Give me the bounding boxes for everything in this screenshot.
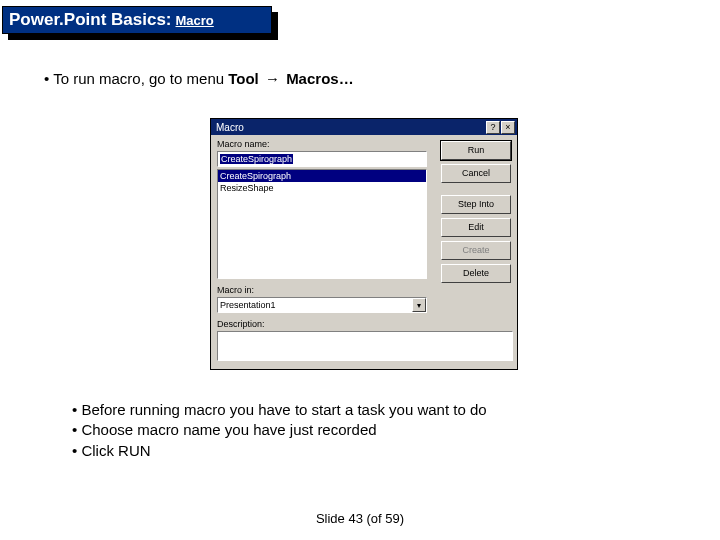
menu-macros: Macros… bbox=[286, 70, 354, 87]
run-button[interactable]: Run bbox=[441, 141, 511, 160]
note-item: • Click RUN bbox=[72, 441, 487, 461]
dialog-body: Macro name: CreateSpirograph CreateSpiro… bbox=[211, 135, 517, 365]
dialog-titlebar: Macro ? × bbox=[211, 119, 517, 135]
cancel-button[interactable]: Cancel bbox=[441, 164, 511, 183]
macro-list[interactable]: CreateSpirograph ResizeShape bbox=[217, 169, 427, 279]
dialog-button-column: Run Cancel Step Into Edit Create Delete bbox=[441, 141, 511, 287]
macro-name-input[interactable]: CreateSpirograph bbox=[217, 151, 427, 167]
chevron-down-icon: ▾ bbox=[412, 298, 426, 312]
notes-list: • Before running macro you have to start… bbox=[72, 400, 487, 461]
list-item[interactable]: CreateSpirograph bbox=[218, 170, 426, 182]
step-into-button[interactable]: Step Into bbox=[441, 195, 511, 214]
menu-tool: Tool bbox=[228, 70, 259, 87]
note-item: • Choose macro name you have just record… bbox=[72, 420, 487, 440]
delete-button[interactable]: Delete bbox=[441, 264, 511, 283]
instruction-prefix: • To run macro, go to menu bbox=[44, 70, 228, 87]
dialog-title: Macro bbox=[213, 122, 485, 133]
help-icon: ? bbox=[490, 123, 495, 132]
help-button[interactable]: ? bbox=[486, 121, 500, 134]
macro-in-value: Presentation1 bbox=[218, 300, 412, 310]
description-box[interactable] bbox=[217, 331, 513, 361]
create-button[interactable]: Create bbox=[441, 241, 511, 260]
title-sub: Macro bbox=[176, 13, 214, 28]
close-icon: × bbox=[505, 123, 510, 132]
slide-title-plate: Power.Point Basics: Macro bbox=[2, 6, 282, 40]
edit-button[interactable]: Edit bbox=[441, 218, 511, 237]
instruction-line: • To run macro, go to menu Tool → Macros… bbox=[44, 70, 720, 87]
description-label: Description: bbox=[217, 319, 511, 329]
title-main: Power.Point Basics: bbox=[9, 10, 172, 30]
slide-footer: Slide 43 (of 59) bbox=[0, 511, 720, 526]
macro-in-select[interactable]: Presentation1 ▾ bbox=[217, 297, 427, 313]
macro-dialog: Macro ? × Macro name: CreateSpirograph C… bbox=[210, 118, 518, 370]
title-bar: Power.Point Basics: Macro bbox=[2, 6, 272, 34]
list-item[interactable]: ResizeShape bbox=[218, 182, 426, 194]
close-button[interactable]: × bbox=[501, 121, 515, 134]
macro-name-value: CreateSpirograph bbox=[220, 154, 293, 164]
note-item: • Before running macro you have to start… bbox=[72, 400, 487, 420]
arrow-icon: → bbox=[265, 70, 280, 87]
